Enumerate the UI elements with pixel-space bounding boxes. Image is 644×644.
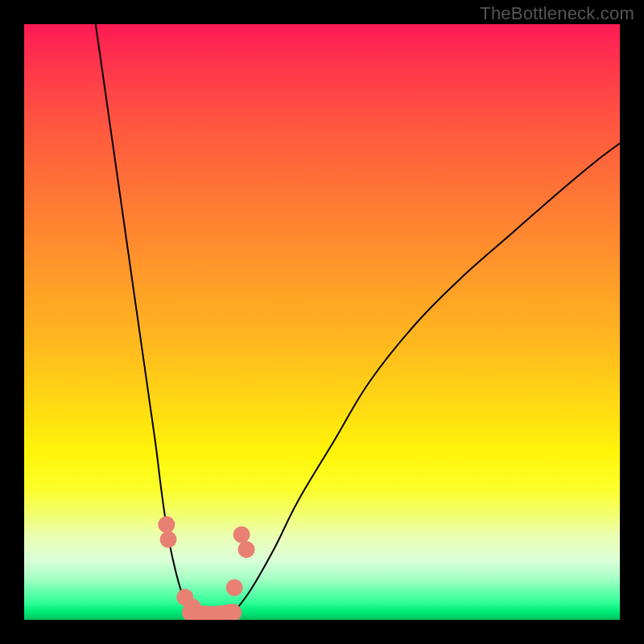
watermark-text: TheBottleneck.com [480,3,634,24]
curves-svg [24,24,620,620]
marker-right-upper-2 [238,541,255,558]
marker-right-upper-1 [233,526,250,543]
curve-left [96,24,191,614]
chart-frame: TheBottleneck.com [0,0,644,644]
plot-area [24,24,620,620]
marker-left-lower-2 [184,598,200,615]
marker-right-lower-1 [226,580,243,597]
curve-right [233,143,620,614]
svg-layer [96,24,620,615]
marker-left-upper-2 [160,531,177,548]
marker-left-upper-1 [158,516,175,533]
